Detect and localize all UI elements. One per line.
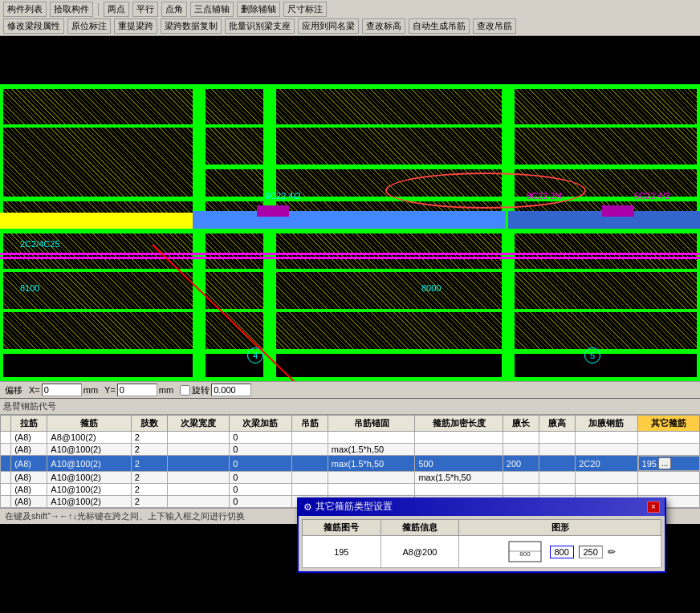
btn-three-point-aux[interactable]: 三点辅轴 [190,2,234,17]
cell-gujin_jiami[interactable] [415,432,503,444]
cell-jiaye_gangjin[interactable]: 2C20 [576,456,637,472]
cell-lajin[interactable]: (A8) [11,484,47,496]
cell-diaojin[interactable] [291,484,328,496]
cell-yechang[interactable] [503,444,539,456]
rotate-input[interactable] [211,384,251,396]
cell-yechang[interactable] [503,432,539,444]
tuxing-value1[interactable]: 800 [550,546,574,558]
cell-ciliang_jijin[interactable]: 0 [230,496,291,508]
btn-pick-component[interactable]: 拾取构件 [50,2,93,17]
cell-ciliang_jijin[interactable]: 0 [230,444,291,456]
cell-yegao[interactable] [539,456,576,472]
btn-apply-same-beam[interactable]: 应用到同名梁 [298,18,359,34]
table-row[interactable]: (A8)A10@100(2)20max(1.5*h,50 [1,444,700,456]
cell-yegao[interactable] [539,472,576,484]
cad-canvas[interactable]: 6C22 4/2 8C22 2/4 6C22 4/2 2C2/4C25 8100… [0,36,700,381]
btn-copy-data[interactable]: 梁跨数据复制 [161,18,222,34]
table-row[interactable]: (A8)A10@100(2)20 [1,484,700,496]
cell-zhishu[interactable]: 2 [131,484,167,496]
cell-lajin[interactable]: (A8) [11,472,47,484]
cell-gujin_jiami[interactable]: 500 [415,456,503,472]
cell-yegao[interactable] [539,444,576,456]
btn-parallel[interactable]: 平行 [132,2,158,17]
cell-zhishu[interactable]: 2 [131,496,167,508]
cell-diaojin_maogu[interactable] [328,472,415,484]
cell-lajin[interactable]: (A8) [11,444,47,456]
cell-ciliang_width[interactable] [167,456,229,472]
cell-gujin[interactable]: A10@100(2) [47,484,131,496]
dialog-cell-tuxing[interactable]: 800 800 250 ✏ [459,536,661,568]
cell-jiaye_gangjin[interactable] [576,472,637,484]
cell-qita_gujin[interactable]: 195... [638,456,700,471]
btn-dimension[interactable]: 尺寸标注 [283,2,327,17]
cell-ciliang_width[interactable] [167,472,229,484]
table-row[interactable]: (A8)A8@100(2)20 [1,432,700,444]
cell-diaojin_maogu[interactable] [328,432,415,444]
cell-yechang[interactable] [503,484,539,496]
btn-auto-stirrup[interactable]: 自动生成吊筋 [409,18,470,34]
btn-delete-aux[interactable]: 删除辅轴 [237,2,280,17]
btn-check-stirrup[interactable]: 查改吊筋 [473,18,516,34]
btn-component-list[interactable]: 构件列表 [3,2,47,17]
table-row[interactable]: (A8)A10@100(2)20max(1.5*h,505002002C2019… [1,456,700,472]
cell-qita_gujin[interactable] [637,432,699,444]
dialog-close-button[interactable]: × [647,501,660,513]
tuxing-svg: 800 [505,538,545,566]
ellipsis-button[interactable]: ... [658,457,671,469]
cell-jiaye_gangjin[interactable] [576,484,637,496]
cell-ciliang_jijin[interactable]: 0 [230,456,291,472]
cell-gujin[interactable]: A10@100(2) [47,472,131,484]
cell-diaojin_maogu[interactable] [328,484,415,496]
y-input[interactable] [117,384,157,396]
cell-jiaye_gangjin[interactable] [576,432,637,444]
cell-qita_gujin[interactable] [637,484,699,496]
cell-yechang[interactable] [503,472,539,484]
table-row[interactable]: (A8)A10@100(2)20max(1.5*h,50 [1,472,700,484]
rotate-checkbox[interactable] [180,385,190,396]
btn-modify-beam[interactable]: 修改梁段属性 [3,18,64,34]
cell-gujin[interactable]: A10@100(2) [47,496,131,508]
cell-yegao[interactable] [539,484,576,496]
cell-gujin[interactable]: A10@100(2) [47,456,131,472]
cell-yegao[interactable] [539,432,576,444]
cell-ciliang_width[interactable] [167,432,229,444]
cell-lajin[interactable]: (A8) [11,456,47,472]
btn-check-elevation[interactable]: 查改标高 [362,18,405,34]
cell-gujin_jiami[interactable] [415,444,503,456]
btn-reextract[interactable]: 重提梁跨 [114,18,157,34]
cell-diaojin[interactable] [291,456,328,472]
cell-zhishu[interactable]: 2 [131,432,167,444]
x-input[interactable] [42,384,82,396]
table-scroll[interactable]: 拉筋 箍筋 肢数 次梁宽度 次梁加筋 吊筋 吊筋锚固 箍筋加密长度 腋长 腋高 … [0,415,700,508]
cell-ciliang_width[interactable] [167,484,229,496]
cell-ciliang_jijin[interactable]: 0 [230,484,291,496]
cell-ciliang_width[interactable] [167,496,229,508]
tuxing-value2[interactable]: 250 [579,546,603,558]
cell-ciliang_jijin[interactable]: 0 [230,432,291,444]
cell-gujin[interactable]: A8@100(2) [47,432,131,444]
cell-diaojin_maogu[interactable]: max(1.5*h,50 [328,456,415,472]
cell-gujin_jiami[interactable] [415,484,503,496]
cell-yechang[interactable]: 200 [503,456,539,472]
cell-gujin_jiami[interactable]: max(1.5*h,50 [415,472,503,484]
tuxing-edit-icon[interactable]: ✏ [608,546,616,558]
cell-zhishu[interactable]: 2 [131,456,167,472]
cell-diaojin_maogu[interactable]: max(1.5*h,50 [328,444,415,456]
cell-gujin[interactable]: A10@100(2) [47,444,131,456]
cell-jiaye_gangjin[interactable] [576,444,637,456]
cell-qita_gujin[interactable] [637,444,699,456]
cell-ciliang_width[interactable] [167,444,229,456]
btn-annotate[interactable]: 原位标注 [67,18,111,34]
cell-diaojin[interactable] [291,432,328,444]
cell-diaojin[interactable] [291,472,328,484]
cell-ciliang_jijin[interactable]: 0 [230,472,291,484]
cell-qita_gujin[interactable] [637,472,699,484]
cell-lajin[interactable]: (A8) [11,432,47,444]
cell-lajin[interactable]: (A8) [11,496,47,508]
cell-zhishu[interactable]: 2 [131,472,167,484]
cell-zhishu[interactable]: 2 [131,444,167,456]
btn-batch-identify[interactable]: 批量识别梁支座 [225,18,295,34]
btn-two-point[interactable]: 两点 [104,2,129,17]
cell-diaojin[interactable] [291,444,328,456]
btn-point-angle[interactable]: 点角 [161,2,187,17]
